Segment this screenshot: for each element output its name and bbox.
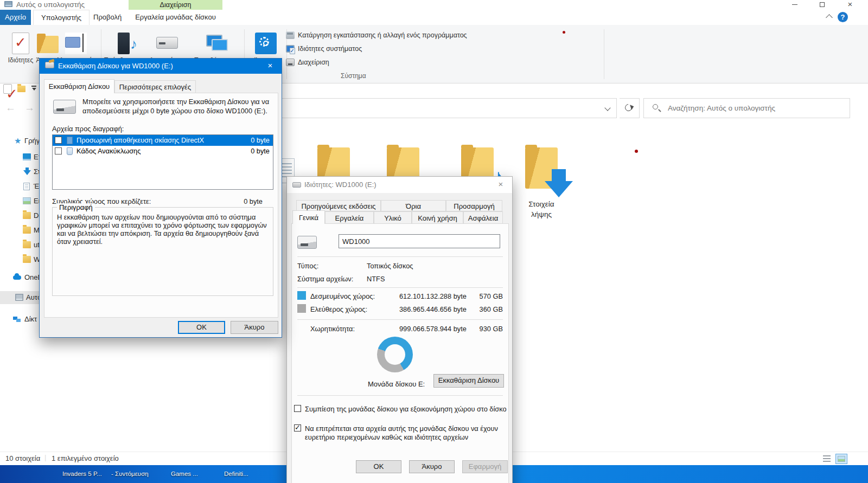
selected-count: 1 επιλεγμένο στοιχείο: [52, 454, 119, 462]
divider: [297, 256, 503, 257]
filesystem-value: NTFS: [367, 275, 385, 283]
refresh-button[interactable]: [620, 98, 640, 118]
folder-icon: [23, 256, 31, 263]
volume-name-input[interactable]: [339, 234, 500, 248]
tab-quota[interactable]: Όρια: [381, 200, 446, 211]
chevron-up-icon[interactable]: [826, 14, 833, 21]
tab-previous-versions[interactable]: Προηγούμενες εκδόσεις: [296, 200, 381, 211]
files-to-delete-label: Αρχεία προς διαγραφή:: [52, 125, 124, 134]
qat-folder-icon[interactable]: [17, 86, 25, 92]
status-separator: |: [44, 453, 46, 461]
cleanup-intro-text: Μπορείτε να χρησιμοποιήσετε την Εκκαθάρι…: [82, 98, 273, 115]
close-button[interactable]: ×: [259, 59, 282, 74]
cancel-button[interactable]: Άκυρο: [409, 460, 455, 473]
document-icon: [23, 183, 30, 190]
manage-context-group: Διαχείριση: [129, 0, 222, 10]
used-space-label: Δεσμευμένος χώρος:: [310, 292, 375, 300]
tab-customize[interactable]: Προσαρμογή: [446, 200, 502, 211]
usage-donut: [377, 337, 413, 372]
tab-sharing[interactable]: Κοινή χρήση: [412, 211, 463, 224]
free-space-bytes: 386.965.446.656 byte: [399, 305, 467, 313]
search-box[interactable]: [643, 98, 850, 118]
maximize-button[interactable]: [813, 0, 831, 9]
ok-button[interactable]: OK: [356, 460, 401, 473]
back-button[interactable]: ←: [5, 102, 16, 114]
tab-security[interactable]: Ασφάλεια: [463, 211, 503, 224]
divider: [297, 319, 503, 320]
search-icon: [653, 104, 658, 110]
large-icons-view-button[interactable]: [835, 454, 847, 464]
free-space-label: Ελεύθερος χώρος:: [310, 305, 367, 313]
type-label: Τύπος:: [297, 262, 318, 270]
title-bar: Αυτός ο υπολογιστής Διαχείριση ×: [0, 0, 868, 10]
tab-view[interactable]: Προβολή: [86, 10, 129, 25]
network-monitors-icon: [205, 33, 227, 54]
ok-button[interactable]: OK: [178, 321, 225, 334]
dialog-title: Εκκαθάριση Δίσκου για WD1000 (E:): [58, 59, 173, 74]
divider: [297, 395, 503, 396]
tab-hardware[interactable]: Υλικό: [374, 211, 412, 224]
star-icon: ★: [14, 137, 22, 144]
search-input[interactable]: [667, 99, 846, 118]
item-label: Διαχείριση: [298, 59, 329, 66]
apply-button[interactable]: Εφαρμογή: [462, 460, 508, 473]
desktop-icon-label[interactable]: Invaders 5 P...: [62, 471, 102, 477]
sidebar-label: Γρήγ: [24, 134, 40, 147]
list-row-recycle-bin[interactable]: Κάδος Ανακύκλωσης 0 byte: [53, 146, 273, 157]
minimize-icon: [792, 4, 797, 5]
downloads-folder-label[interactable]: λήψης: [517, 210, 566, 218]
desktop-icon-label[interactable]: - Συντόμευση: [111, 471, 149, 477]
general-tab-page: Τύπος: Τοπικός δίσκος Σύστημα αρχείων: N…: [291, 223, 509, 483]
compress-label: Συμπίεση της μονάδας δίσκου για εξοικονό…: [305, 405, 507, 413]
free-space-gb: 360 GB: [465, 305, 503, 313]
files-to-delete-list[interactable]: Προσωρινή αποθήκευση σκίασης DirectX 0 b…: [52, 134, 273, 190]
desktop-icon-label[interactable]: Games ...: [171, 471, 198, 477]
address-dropdown-chevron-icon[interactable]: [604, 105, 610, 111]
close-button[interactable]: ×: [489, 177, 512, 193]
help-button[interactable]: ?: [838, 12, 848, 22]
close-button[interactable]: ×: [841, 0, 859, 9]
row-label: Κάδος Ανακύκλωσης: [76, 146, 141, 157]
capacity-gb: 930 GB: [465, 325, 503, 333]
tab-drive-tools[interactable]: Εργαλεία μονάδας δίσκου: [129, 10, 222, 25]
tab-general[interactable]: Γενικά: [292, 210, 325, 224]
row-checkbox[interactable]: [55, 137, 62, 144]
tab-tools[interactable]: Εργαλεία: [325, 211, 374, 224]
compress-checkbox[interactable]: [294, 405, 301, 412]
disk-cleanup-dialog: Εκκαθάριση Δίσκου για WD1000 (E:) × Εκκα…: [39, 58, 282, 338]
system-monitor-icon: [286, 45, 295, 53]
capacity-bytes: 999.066.578.944 byte: [399, 325, 467, 333]
qat-customize-dropdown-icon[interactable]: [31, 86, 37, 91]
desktop-icon: [23, 153, 31, 160]
total-space-value: 0 byte: [244, 197, 263, 207]
capacity-label: Χωρητικότητα:: [310, 325, 355, 333]
list-row-directx-cache[interactable]: Προσωρινή αποθήκευση σκίασης DirectX 0 b…: [53, 135, 273, 146]
tab-file[interactable]: Αρχείο: [0, 10, 31, 25]
close-icon: ×: [848, 0, 853, 9]
minimize-button[interactable]: [786, 0, 804, 9]
cancel-button[interactable]: Άκυρο: [231, 321, 278, 334]
tab-more-options[interactable]: Περισσότερες επιλογές: [114, 80, 196, 93]
network-icon: [13, 315, 21, 323]
gear-ring: [259, 37, 269, 47]
row-checkbox[interactable]: [55, 147, 62, 154]
download-arrow-icon: [23, 170, 31, 175]
maximize-icon: [820, 2, 825, 7]
type-value: Τοπικός δίσκος: [367, 262, 413, 270]
row-size: 0 byte: [251, 135, 270, 146]
downloads-folder-label[interactable]: Στοιχεία: [517, 200, 566, 208]
details-view-button[interactable]: [821, 454, 833, 464]
disk-cleanup-button[interactable]: Εκκαθάριση Δίσκου: [433, 374, 504, 388]
downloads-folder-icon[interactable]: [525, 147, 558, 189]
tab-disk-cleanup[interactable]: Εκκαθάριση Δίσκου: [44, 79, 114, 93]
desktop-icon-label[interactable]: Definiti...: [224, 471, 248, 477]
tab-computer[interactable]: Υπολογιστής: [33, 10, 90, 25]
index-checkbox[interactable]: [294, 424, 301, 432]
recycle-bin-icon: [67, 147, 73, 155]
qat-properties-icon[interactable]: [3, 84, 12, 94]
cleanup-tab-page: Μπορείτε να χρησιμοποιήσετε την Εκκαθάρι…: [44, 93, 278, 318]
uninstall-icon: [286, 31, 295, 39]
forward-button[interactable]: →: [24, 102, 35, 114]
used-space-gb: 570 GB: [465, 292, 503, 300]
row-size: 0 byte: [251, 146, 270, 157]
